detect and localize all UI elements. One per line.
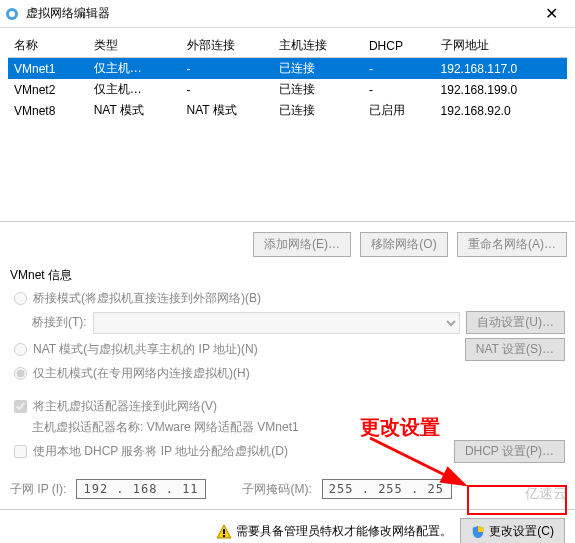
cell-name: VMnet2 <box>8 79 88 100</box>
cell-name: VMnet8 <box>8 100 88 121</box>
watermark: 亿速云 <box>525 485 567 503</box>
vmnet-info-title: VMnet 信息 <box>10 267 565 284</box>
subnet-mask-label: 子网掩码(M): <box>242 481 311 498</box>
svg-rect-3 <box>223 535 225 537</box>
cell-type: 仅主机… <box>88 58 181 80</box>
cell-name: VMnet1 <box>8 58 88 80</box>
column-header[interactable]: 外部连接 <box>181 34 274 58</box>
connect-adapter-checkbox <box>14 400 27 413</box>
bridge-mode-label: 桥接模式(将虚拟机直接连接到外部网络)(B) <box>33 290 261 307</box>
subnet-ip-label: 子网 IP (I): <box>10 481 66 498</box>
column-header[interactable]: 类型 <box>88 34 181 58</box>
table-row[interactable]: VMnet8NAT 模式NAT 模式已连接已启用192.168.92.0 <box>8 100 567 121</box>
cell-dhcp: - <box>363 79 435 100</box>
host-only-radio <box>14 367 27 380</box>
cell-subnet: 192.168.199.0 <box>435 79 567 100</box>
bridge-to-combo <box>93 312 461 334</box>
cell-host: 已连接 <box>273 100 363 121</box>
cell-ext: NAT 模式 <box>181 100 274 121</box>
cell-type: NAT 模式 <box>88 100 181 121</box>
auto-settings-button: 自动设置(U)… <box>466 311 565 334</box>
shield-icon <box>471 525 485 539</box>
adapter-name-text: 主机虚拟适配器名称: VMware 网络适配器 VMnet1 <box>32 419 565 436</box>
connect-adapter-label: 将主机虚拟适配器连接到此网络(V) <box>33 398 217 415</box>
column-header[interactable]: 名称 <box>8 34 88 58</box>
cell-ext: - <box>181 79 274 100</box>
nat-mode-label: NAT 模式(与虚拟机共享主机的 IP 地址)(N) <box>33 341 258 358</box>
dhcp-settings-button: DHCP 设置(P)… <box>454 440 565 463</box>
svg-point-1 <box>9 11 15 17</box>
cell-type: 仅主机… <box>88 79 181 100</box>
admin-message: 需要具备管理员特权才能修改网络配置。 <box>236 523 452 540</box>
subnet-ip-input <box>76 479 206 499</box>
warning-icon <box>216 524 232 540</box>
svg-rect-2 <box>223 529 225 534</box>
add-network-button[interactable]: 添加网络(E)… <box>253 232 351 257</box>
cell-dhcp: 已启用 <box>363 100 435 121</box>
window-title: 虚拟网络编辑器 <box>26 5 531 22</box>
cell-host: 已连接 <box>273 79 363 100</box>
nat-mode-radio <box>14 343 27 356</box>
column-header[interactable]: 主机连接 <box>273 34 363 58</box>
rename-network-button[interactable]: 重命名网络(A)… <box>457 232 567 257</box>
column-header[interactable]: 子网地址 <box>435 34 567 58</box>
cell-ext: - <box>181 58 274 80</box>
table-row[interactable]: VMnet2仅主机…-已连接-192.168.199.0 <box>8 79 567 100</box>
network-table: 名称类型外部连接主机连接DHCP子网地址 VMnet1仅主机…-已连接-192.… <box>0 28 575 121</box>
remove-network-button[interactable]: 移除网络(O) <box>360 232 447 257</box>
table-row[interactable]: VMnet1仅主机…-已连接-192.168.117.0 <box>8 58 567 80</box>
bridge-mode-radio <box>14 292 27 305</box>
column-header[interactable]: DHCP <box>363 34 435 58</box>
use-dhcp-label: 使用本地 DHCP 服务将 IP 地址分配给虚拟机(D) <box>33 443 288 460</box>
cell-subnet: 192.168.117.0 <box>435 58 567 80</box>
annotation-text: 更改设置 <box>360 414 440 441</box>
cell-host: 已连接 <box>273 58 363 80</box>
use-dhcp-checkbox <box>14 445 27 458</box>
subnet-mask-input <box>322 479 452 499</box>
host-only-label: 仅主机模式(在专用网络内连接虚拟机)(H) <box>33 365 250 382</box>
cell-dhcp: - <box>363 58 435 80</box>
change-settings-button[interactable]: 更改设置(C) <box>460 518 565 543</box>
bridge-to-label: 桥接到(T): <box>32 314 87 331</box>
nat-settings-button: NAT 设置(S)… <box>465 338 565 361</box>
close-button[interactable]: ✕ <box>531 0 571 28</box>
app-icon <box>4 6 20 22</box>
cell-subnet: 192.168.92.0 <box>435 100 567 121</box>
